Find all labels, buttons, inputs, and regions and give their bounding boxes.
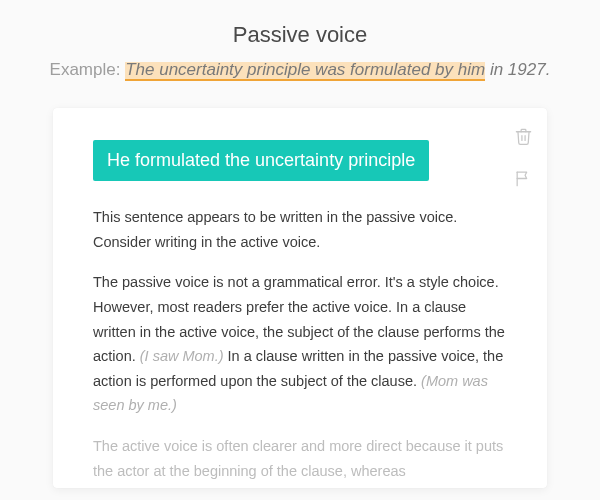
example-line: Example: The uncertainty principle was f… (0, 60, 600, 108)
example-highlight: The uncertainty principle was formulated… (125, 60, 485, 79)
suggestion-chip[interactable]: He formulated the uncertainty principle (93, 140, 429, 181)
page-title: Passive voice (0, 22, 600, 48)
trash-icon[interactable] (513, 126, 533, 146)
suggestion-card: He formulated the uncertainty principle … (53, 108, 547, 488)
explanation-body: This sentence appears to be written in t… (93, 205, 507, 483)
explanation-faded: The active voice is often clearer and mo… (93, 434, 507, 483)
example-label: Example: (50, 60, 126, 79)
explanation-intro: This sentence appears to be written in t… (93, 205, 507, 254)
flag-icon[interactable] (513, 168, 533, 188)
header: Passive voice (0, 0, 600, 60)
card-actions (513, 126, 533, 188)
explanation-detail: The passive voice is not a grammatical e… (93, 270, 507, 418)
inline-example-1: (I saw Mom.) (140, 348, 224, 364)
example-tail: in 1927. (485, 60, 550, 79)
